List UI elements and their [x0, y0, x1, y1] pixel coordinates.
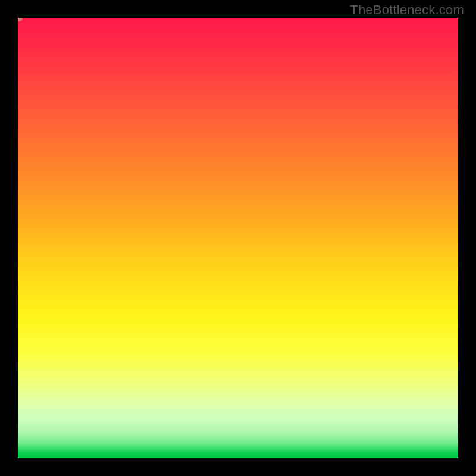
- plot-area: [18, 18, 458, 458]
- chart-frame: TheBottleneck.com: [0, 0, 476, 476]
- watermark-text: TheBottleneck.com: [350, 2, 464, 18]
- curve-svg: [18, 18, 458, 458]
